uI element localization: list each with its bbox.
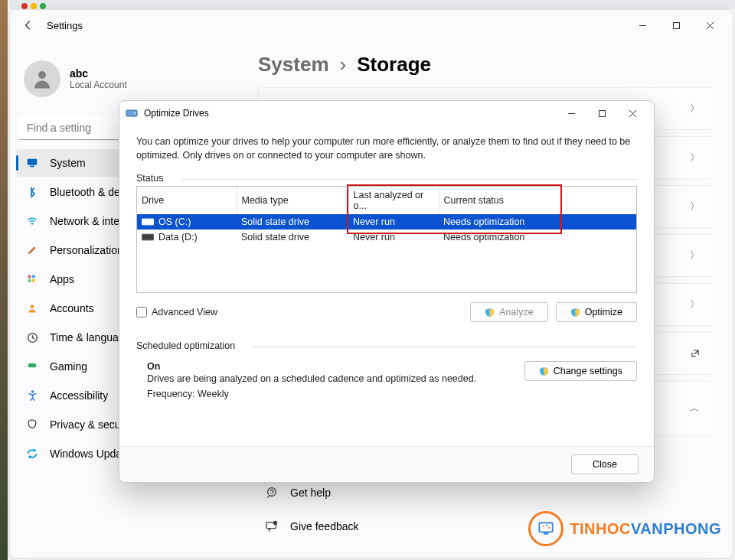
col-status[interactable]: Current status xyxy=(439,187,636,214)
shield-icon xyxy=(570,308,580,317)
scheduled-section-label: Scheduled optimization xyxy=(136,340,637,351)
watermark: TINHOCVANPHONG xyxy=(528,511,721,546)
person-icon xyxy=(25,301,39,315)
chevron-right-icon: 〉 xyxy=(690,151,700,164)
user-name: abc xyxy=(70,67,127,80)
drive-row[interactable]: Data (D:)Solid state driveNever runNeeds… xyxy=(137,230,636,245)
chevron-right-icon: 〉 xyxy=(690,298,700,311)
shield-icon xyxy=(485,308,495,317)
display-icon xyxy=(25,156,39,170)
dialog-maximize-button[interactable] xyxy=(586,103,617,124)
drive-media-cell: Solid state drive xyxy=(237,214,348,230)
analyze-button[interactable]: Analyze xyxy=(470,302,547,322)
chevron-right-icon: 〉 xyxy=(690,102,700,116)
advanced-view-checkbox[interactable]: Advanced View xyxy=(136,307,217,317)
advanced-view-input[interactable] xyxy=(136,307,147,317)
col-drive[interactable]: Drive xyxy=(137,187,237,214)
drive-table: Drive Media type Last analyzed or o... C… xyxy=(136,186,637,293)
status-section-label: Status xyxy=(136,173,637,184)
svg-point-16 xyxy=(134,112,136,114)
col-media[interactable]: Media type xyxy=(237,187,348,214)
accessibility-icon xyxy=(25,389,39,402)
update-icon xyxy=(25,447,39,461)
drive-name-cell: OS (C:) xyxy=(137,214,237,230)
chevron-up-icon: ︿ xyxy=(690,402,700,415)
sidebar-item-label: Accounts xyxy=(50,302,94,314)
help-label: Get help xyxy=(290,487,331,499)
titlebar: Settings xyxy=(10,10,733,41)
schedule-description: Drives are being analyzed on a scheduled… xyxy=(147,373,509,384)
svg-point-12 xyxy=(268,488,276,497)
drive-last-cell: Never run xyxy=(348,230,439,245)
drive-media-cell: Solid state drive xyxy=(237,230,348,245)
help-icon xyxy=(264,485,279,500)
bluetooth-icon xyxy=(25,185,39,199)
clock-icon xyxy=(25,330,39,344)
optimize-drives-dialog: Optimize Drives You can optimize your dr… xyxy=(119,100,655,483)
back-button[interactable] xyxy=(16,13,41,37)
dialog-description: You can optimize your drives to help you… xyxy=(136,135,637,162)
sidebar-item-label: Personalization xyxy=(50,244,123,256)
svg-rect-19 xyxy=(142,234,154,240)
chevron-right-icon: 〉 xyxy=(690,249,700,262)
minimize-button[interactable] xyxy=(626,13,659,37)
table-header-row: Drive Media type Last analyzed or o... C… xyxy=(137,187,636,214)
brush-icon xyxy=(25,243,39,257)
svg-point-8 xyxy=(31,304,34,308)
maximize-button[interactable] xyxy=(659,13,693,37)
wifi-icon xyxy=(25,214,39,228)
svg-point-1 xyxy=(38,71,46,79)
svg-point-23 xyxy=(546,525,547,526)
apps-icon xyxy=(25,272,39,286)
drive-name-cell: Data (D:) xyxy=(137,230,237,245)
svg-point-22 xyxy=(543,526,544,527)
close-button[interactable] xyxy=(693,13,727,37)
drive-last-cell: Never run xyxy=(348,214,439,230)
user-subtitle: Local Account xyxy=(70,80,127,90)
drive-status-cell: Needs optimization xyxy=(439,214,636,230)
svg-rect-18 xyxy=(142,219,154,225)
schedule-state: On xyxy=(147,361,509,372)
sidebar-item-label: Apps xyxy=(50,273,74,285)
svg-rect-7 xyxy=(32,279,35,282)
svg-rect-6 xyxy=(28,279,31,282)
col-last[interactable]: Last analyzed or o... xyxy=(348,187,439,214)
close-button[interactable]: Close xyxy=(571,454,639,474)
drives-icon xyxy=(126,107,138,119)
drive-row[interactable]: OS (C:)Solid state driveNever runNeeds o… xyxy=(137,214,636,230)
dialog-title: Optimize Drives xyxy=(144,108,209,119)
svg-point-14 xyxy=(273,521,277,525)
svg-rect-17 xyxy=(599,110,605,116)
chevron-right-icon: › xyxy=(340,53,347,77)
dialog-titlebar: Optimize Drives xyxy=(119,101,654,125)
svg-rect-20 xyxy=(540,523,553,532)
svg-rect-10 xyxy=(28,363,37,367)
drive-status-cell: Needs optimization xyxy=(439,230,636,245)
window-title: Settings xyxy=(47,20,83,31)
sidebar-item-label: Gaming xyxy=(50,360,87,373)
shield-icon xyxy=(25,418,39,431)
chevron-right-icon: 〉 xyxy=(690,200,700,213)
change-settings-button[interactable]: Change settings xyxy=(524,361,637,381)
svg-rect-5 xyxy=(32,275,35,278)
breadcrumb: System › Storage xyxy=(258,53,714,77)
feedback-icon xyxy=(264,519,279,534)
svg-rect-21 xyxy=(544,532,549,534)
dialog-minimize-button[interactable] xyxy=(556,103,586,124)
optimize-button[interactable]: Optimize xyxy=(556,302,637,322)
feedback-label: Give feedback xyxy=(290,520,359,532)
external-link-icon xyxy=(691,349,700,358)
avatar xyxy=(24,60,60,97)
sidebar-item-label: System xyxy=(50,157,86,169)
svg-point-11 xyxy=(31,390,33,392)
sidebar-item-label: Accessibility xyxy=(50,389,108,402)
breadcrumb-parent[interactable]: System xyxy=(258,53,329,77)
watermark-logo xyxy=(528,511,564,546)
schedule-frequency: Frequency: Weekly xyxy=(147,389,509,399)
svg-rect-0 xyxy=(673,22,679,28)
dialog-close-button[interactable] xyxy=(617,103,648,124)
gaming-icon xyxy=(25,360,39,373)
svg-rect-2 xyxy=(28,159,37,165)
svg-rect-4 xyxy=(28,275,31,278)
svg-rect-3 xyxy=(30,166,34,168)
